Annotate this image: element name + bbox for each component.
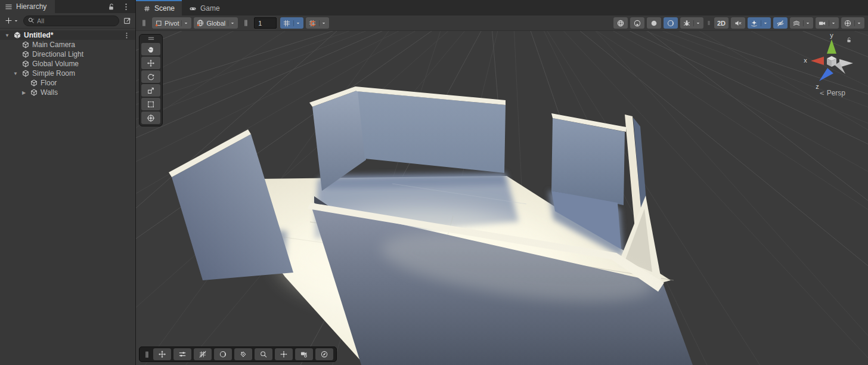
audio-mute-icon — [734, 19, 742, 27]
overlay-camera-button[interactable] — [295, 348, 313, 360]
caret-down-icon[interactable] — [319, 20, 327, 26]
effects-icon — [750, 19, 758, 27]
shadows-toggle-button[interactable] — [647, 17, 661, 29]
view-tool-button[interactable] — [141, 43, 160, 55]
plus-icon — [4, 16, 13, 25]
grid-size-input[interactable] — [254, 17, 277, 29]
view-lock-icon[interactable] — [845, 36, 852, 44]
drag-handle-icon[interactable] — [142, 350, 151, 359]
foldout-arrow[interactable]: ▶ — [20, 90, 27, 95]
overlay-move-button[interactable] — [153, 348, 171, 360]
hierarchy-item-simple-room[interactable]: ▼Simple Room — [0, 69, 135, 78]
hierarchy-item-main-camera[interactable]: Main Camera — [0, 40, 135, 50]
overlay-center-button[interactable] — [275, 348, 293, 360]
tab-scene[interactable]: Scene — [136, 0, 182, 16]
effects-toggle-button[interactable] — [748, 17, 771, 29]
hierarchy-item-untitled[interactable]: ▼Untitled* — [0, 30, 135, 40]
orientation-gizmo[interactable]: y x z — [798, 31, 864, 95]
overlay-grid-button[interactable] — [194, 348, 212, 360]
scale-tool-button[interactable] — [141, 84, 160, 97]
caret-down-icon[interactable] — [181, 20, 189, 26]
foldout-arrow[interactable]: ▼ — [12, 71, 19, 76]
shaded-sphere-icon — [616, 19, 625, 27]
transform-tool-button[interactable] — [141, 112, 160, 124]
pivot-icon — [154, 19, 163, 27]
caret-down-icon[interactable] — [693, 20, 701, 26]
view-options-overlay — [139, 347, 337, 362]
scene-area: SceneGame PivotGlobal 2D — [136, 0, 868, 365]
layers-button[interactable] — [790, 17, 813, 29]
visibility-icon — [776, 19, 785, 27]
axis-z-label: z — [816, 83, 819, 90]
rect-tool-button[interactable] — [141, 98, 160, 110]
axis-y-cone[interactable] — [827, 39, 836, 54]
contrast-toggle-button[interactable] — [664, 17, 678, 29]
overlay-gizmos-button[interactable] — [234, 348, 252, 360]
diamond-dots-icon — [239, 350, 247, 358]
caret-down-icon[interactable] — [829, 20, 836, 26]
debug-mode-button[interactable] — [680, 17, 703, 29]
move-tool-button[interactable] — [141, 57, 160, 69]
search-icon — [27, 17, 35, 24]
hierarchy-item-directional-light[interactable]: Directional Light — [0, 50, 135, 59]
caret-down-icon[interactable] — [803, 20, 811, 26]
rotate-icon — [147, 73, 155, 81]
hierarchy-item-global-volume[interactable]: Global Volume — [0, 59, 135, 69]
pick-object-icon[interactable] — [123, 16, 132, 25]
handle-orientation-button[interactable]: Global — [194, 17, 238, 29]
kebab-menu-icon[interactable] — [123, 32, 135, 39]
tab-game[interactable]: Game — [182, 0, 227, 16]
draw-mode-button[interactable] — [613, 17, 628, 29]
overlay-tool-settings-button[interactable] — [173, 348, 191, 360]
2d-toggle-button[interactable]: 2D — [714, 17, 728, 29]
button-label: 2D — [717, 20, 726, 27]
caret-down-icon[interactable] — [761, 20, 768, 26]
overlay-orientation-button[interactable] — [315, 348, 333, 360]
drag-handle-icon[interactable] — [147, 35, 156, 42]
tab-strip-spacer — [55, 0, 107, 13]
caret-down-icon[interactable] — [854, 20, 862, 26]
scene-3d-canvas[interactable] — [136, 31, 868, 365]
overlay-render-button[interactable] — [214, 348, 232, 360]
foldout-arrow[interactable]: ▼ — [4, 33, 11, 38]
hierarchy-tree: ▼Untitled*Main CameraDirectional LightGl… — [0, 29, 135, 365]
item-label: Walls — [41, 88, 58, 97]
grid-visibility-button[interactable] — [280, 17, 303, 29]
lock-open-icon[interactable] — [107, 2, 116, 11]
hierarchy-item-floor[interactable]: Floor — [0, 78, 135, 88]
camera-settings-button[interactable] — [816, 17, 839, 29]
hierarchy-search[interactable] — [23, 16, 119, 26]
scene-toolbar: PivotGlobal 2D — [136, 16, 868, 31]
rotate-tool-button[interactable] — [141, 70, 160, 83]
pivot-toggle-button[interactable]: Pivot — [152, 17, 191, 29]
caret-down-icon — [13, 18, 19, 24]
hierarchy-toolbar — [0, 13, 135, 29]
audio-toggle-button[interactable] — [731, 17, 745, 29]
move-icon — [147, 59, 155, 67]
snap-increment-button[interactable] — [306, 17, 329, 29]
search-input[interactable] — [37, 17, 115, 24]
caret-down-icon[interactable] — [228, 20, 235, 26]
button-label: Global — [206, 20, 225, 27]
add-object-button[interactable] — [4, 16, 20, 26]
filled-circle-icon — [650, 19, 658, 27]
transform-icon — [147, 114, 155, 122]
lighting-mode-button[interactable] — [630, 17, 644, 29]
projection-toggle[interactable]: < Persp — [820, 88, 845, 97]
tab-hierarchy[interactable]: Hierarchy — [0, 0, 55, 13]
drag-handle-icon[interactable] — [241, 18, 250, 27]
cube-icon — [21, 41, 30, 49]
scene-visibility-button[interactable] — [773, 17, 788, 29]
drag-handle-icon[interactable] — [140, 18, 148, 27]
overlay-search-button[interactable] — [255, 348, 272, 360]
caret-down-icon[interactable] — [293, 20, 301, 26]
hamburger-icon — [4, 2, 13, 11]
gizmos-button[interactable] — [841, 17, 864, 29]
kebab-menu-icon[interactable] — [122, 2, 131, 11]
item-label: Simple Room — [32, 69, 75, 78]
camera-dot-icon — [300, 350, 308, 358]
hierarchy-item-walls[interactable]: ▶Walls — [0, 88, 135, 97]
scene-viewport[interactable]: y x z < Persp — [136, 31, 868, 365]
axis-z-cone[interactable] — [819, 68, 833, 81]
axis-x-cone[interactable] — [811, 57, 824, 65]
